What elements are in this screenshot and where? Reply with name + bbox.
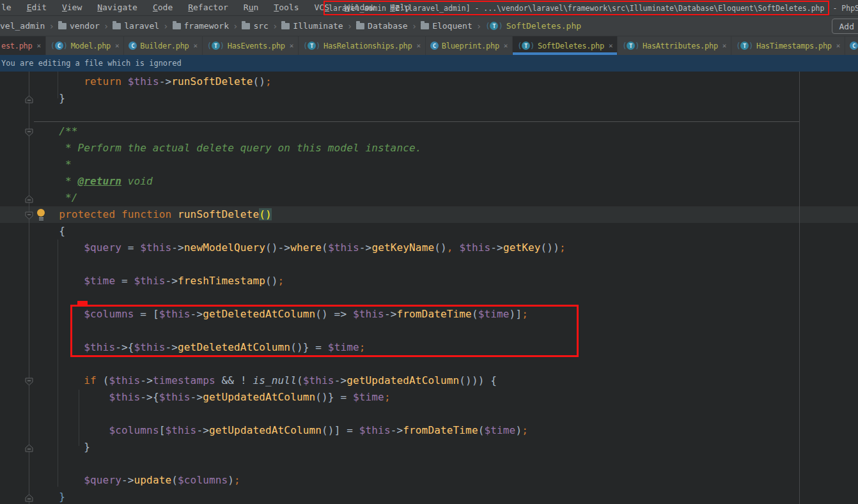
code-line: * [0,157,858,173]
title-area: laravel_admin [Z:\laravel_admin] - ...\v… [324,0,858,16]
tab-label: HasAttributes.php [643,42,718,50]
folder-icon [173,23,181,29]
folder-icon [421,23,429,29]
code-line: { [0,223,858,240]
breadcrumb-item-framework[interactable]: framework [173,21,229,31]
tab-hastimestamps-php[interactable]: (T)HasTimestamps.php✕ [731,36,845,55]
trait-icon: (T) [207,42,224,50]
tab-close-icon[interactable]: ✕ [36,42,40,50]
code-line: $columns = [$this->getDeletedAtColumn() … [0,306,858,323]
code-line: */ [0,190,858,206]
fold-end-icon[interactable] [25,493,33,501]
tab-label: Builder.php [140,42,189,50]
fold-end-icon[interactable] [25,443,33,451]
phpstorm-window: leEditViewNavigateCodeRefactorRunToolsVC… [0,0,858,504]
tab-close-icon[interactable]: ✕ [722,42,726,50]
fold-end-icon[interactable] [25,94,33,102]
breadcrumb-separator-icon: › [49,21,54,31]
fold-collapse-icon[interactable] [25,127,33,135]
menu-item-tools[interactable]: Tools [266,0,306,15]
breadcrumb-separator-icon: › [163,21,168,31]
breadcrumb-separator-icon: › [412,21,417,31]
code-line [0,406,858,422]
breadcrumb-label: Database [368,21,408,31]
code-editor[interactable]: return $this->runSoftDelete(); } /** * P… [0,72,858,504]
code-line [0,356,858,372]
trait-icon: (T) [485,22,503,30]
tab-close-icon[interactable]: ✕ [836,42,840,50]
menu-item-le[interactable]: le [0,0,19,15]
fold-end-icon[interactable] [25,194,33,202]
tab-close-icon[interactable]: ✕ [115,42,119,50]
tab-builder-php[interactable]: CBuilder.php✕ [124,36,203,55]
code-line [0,256,858,273]
breadcrumb-separator-icon: › [347,21,352,31]
breadcrumb-item-softdeletes-php[interactable]: (T)SoftDeletes.php [485,21,581,31]
breadcrumb-item-eloquent[interactable]: Eloquent [421,21,472,31]
tab-blueprint-php[interactable]: CBlueprint.php✕ [426,36,513,55]
tab-model-php[interactable]: (C)Model.php✕ [46,36,125,55]
tab-label: HasRelationships.php [324,42,412,50]
fold-collapse-icon[interactable] [25,210,33,218]
folder-icon [356,23,364,29]
window-title: laravel_admin [Z:\laravel_admin] - ...\v… [329,4,824,13]
code-line: $columns[$this->getUpdatedAtColumn()] = … [0,422,858,439]
tab-close-icon[interactable]: ✕ [194,42,198,50]
class-icon: C [850,42,858,50]
menu-item-run[interactable]: Run [236,0,266,15]
tab-label: HasTimestamps.php [756,42,832,50]
tab-close-icon[interactable]: ✕ [609,42,612,50]
code-line: $time = $this->freshTimestamp(); [0,273,858,289]
breadcrumb-item-database[interactable]: Database [356,21,408,31]
tab-label: est.php [1,42,32,50]
breadcrumb-separator-icon: › [476,21,481,31]
tab-hasrelationships-php[interactable]: (T)HasRelationships.php✕ [299,36,426,55]
add-button[interactable]: Add [832,19,858,34]
tab-label: HasEvents.php [228,42,285,50]
breadcrumb-items: vel_admin›vendor›laravel›framework›src›I… [0,21,581,31]
tab-label: Blueprint.php [442,42,499,50]
editor-tab-bar: est.php✕(C)Model.php✕CBuilder.php✕(T)Has… [0,36,858,55]
tab-softdeletes-php[interactable]: (T)SoftDeletes.php✕ [513,36,618,55]
tab-label: SoftDeletes.php [538,42,604,50]
trait-icon: (T) [736,42,753,50]
menu-item-view[interactable]: View [54,0,90,15]
class-icon: C [430,42,439,50]
folder-icon [58,23,66,29]
breadcrumb-item-laravel[interactable]: laravel [113,21,159,31]
breadcrumb-item-vel-admin[interactable]: vel_admin [0,21,45,31]
trait-icon: (T) [303,42,320,50]
window-title-annotation-box: laravel_admin [Z:\laravel_admin] - ...\v… [324,1,829,15]
code-line: } [0,90,858,107]
menu-item-edit[interactable]: Edit [19,0,54,15]
breadcrumb-label: vel_admin [0,21,45,31]
code-line: /** [0,123,858,140]
intention-lightbulb-icon[interactable] [36,209,45,221]
folder-icon [113,23,121,29]
breadcrumb-item-vendor[interactable]: vendor [58,21,100,31]
breadcrumb-label: vendor [70,21,100,31]
breadcrumb-label: laravel [124,21,159,31]
fold-collapse-icon[interactable] [25,376,33,385]
tab-softdeletingscope-php[interactable]: CSoftDeletingScope.php✕ [845,36,858,55]
ignored-file-banner: You are editing a file which is ignored [0,55,858,72]
code-line [0,289,858,306]
menu-item-navigate[interactable]: Navigate [90,0,145,15]
folder-icon [242,23,250,29]
breadcrumb-label: Eloquent [432,21,472,31]
tab-close-icon[interactable]: ✕ [290,42,293,50]
menu-item-refactor[interactable]: Refactor [180,0,236,15]
tab-close-icon[interactable]: ✕ [504,42,508,50]
breadcrumb-separator-icon: › [233,21,238,31]
breadcrumb-item-illuminate[interactable]: Illuminate [281,21,343,31]
code-line: $query->update($columns); [0,472,858,489]
breadcrumb-item-src[interactable]: src [242,21,268,31]
tab-close-icon[interactable]: ✕ [416,42,420,50]
code-line: * @return void [0,173,858,190]
menu-item-code[interactable]: Code [145,0,180,15]
tab-hasevents-php[interactable]: (T)HasEvents.php✕ [203,36,299,55]
tab-est-php[interactable]: est.php✕ [0,36,46,55]
breadcrumb: vel_admin›vendor›laravel›framework›src›I… [0,16,858,36]
banner-text: You are editing a file which is ignored [1,59,182,68]
tab-hasattributes-php[interactable]: (T)HasAttributes.php✕ [618,36,731,55]
